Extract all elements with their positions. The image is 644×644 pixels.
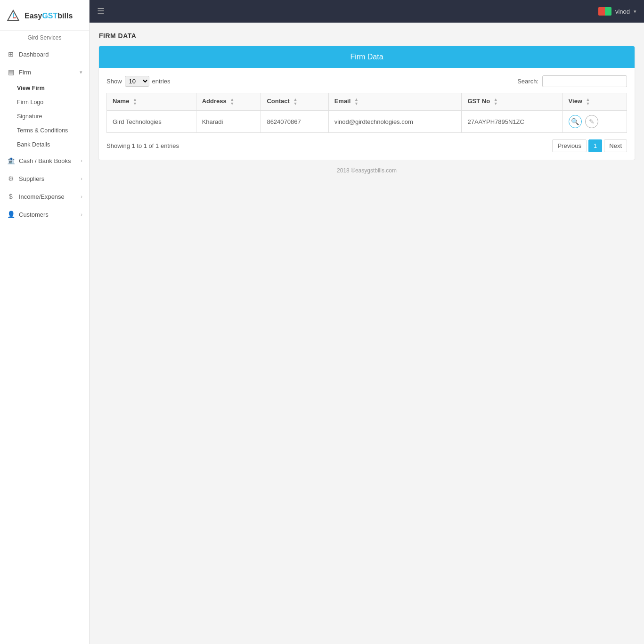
card-header: Firm Data xyxy=(99,46,635,68)
table-controls: Show 10 25 50 100 entries Search: xyxy=(106,75,627,87)
sidebar-sub-item-view-firm[interactable]: View Firm xyxy=(0,81,89,95)
sort-arrows-view: ▲▼ xyxy=(586,98,590,106)
sort-arrows-email: ▲▼ xyxy=(354,98,359,106)
search-input[interactable] xyxy=(542,75,627,87)
sort-arrows-address: ▲▼ xyxy=(230,98,234,106)
firm-data-card: Firm Data Show 10 25 50 100 entries xyxy=(99,46,635,160)
chevron-right-icon: › xyxy=(81,176,82,181)
sort-arrows-contact: ▲▼ xyxy=(293,98,297,106)
chevron-right-icon: › xyxy=(81,158,82,163)
page-1-button[interactable]: 1 xyxy=(588,139,602,152)
sidebar-item-label: Income/Expense xyxy=(19,193,65,200)
col-header-gst: GST No ▲▼ xyxy=(462,93,562,111)
sidebar-item-dashboard[interactable]: ⊞ Dashboard xyxy=(0,45,89,63)
sidebar-item-income-expense[interactable]: $ Income/Expense › xyxy=(0,187,89,205)
sidebar-item-label: Suppliers xyxy=(19,175,44,182)
chevron-right-icon: › xyxy=(81,194,82,199)
chevron-down-icon: ▾ xyxy=(80,69,82,75)
show-label: Show xyxy=(106,78,122,85)
user-avatar xyxy=(598,7,611,16)
view-eye-button[interactable]: 🔍 xyxy=(569,115,582,128)
cell-gst: 27AAYPH7895N1ZC xyxy=(462,111,562,133)
show-entries: Show 10 25 50 100 entries xyxy=(106,76,171,87)
page-title: FIRM DATA xyxy=(99,32,635,40)
sidebar-item-label: Dashboard xyxy=(19,51,49,58)
cell-address: Kharadi xyxy=(196,111,261,133)
dashboard-icon: ⊞ xyxy=(7,50,15,58)
logo-text: EasyGSTbills xyxy=(24,12,73,20)
entries-label: entries xyxy=(152,78,171,85)
expense-icon: $ xyxy=(7,192,15,201)
next-button[interactable]: Next xyxy=(604,139,627,152)
cell-view: 🔍 ✎ xyxy=(562,111,627,133)
entries-select[interactable]: 10 25 50 100 xyxy=(125,76,149,87)
cell-contact: 8624070867 xyxy=(261,111,328,133)
pagination-controls: Previous 1 Next xyxy=(552,139,627,152)
suppliers-icon: ⚙ xyxy=(7,174,15,183)
sidebar-sub-item-bank-details[interactable]: Bank Details xyxy=(0,138,89,152)
showing-text: Showing 1 to 1 of 1 entries xyxy=(106,142,179,149)
sidebar-sub-item-firm-logo[interactable]: Firm Logo xyxy=(0,95,89,109)
col-header-contact: Contact ▲▼ xyxy=(261,93,328,111)
table-row: Gird Technologies Kharadi 8624070867 vin… xyxy=(107,111,627,133)
bank-icon: 🏦 xyxy=(7,156,15,165)
pagination-row: Showing 1 to 1 of 1 entries Previous 1 N… xyxy=(106,139,627,152)
sidebar: EasyGSTbills Gird Services ⊞ Dashboard ▤… xyxy=(0,0,90,644)
caret-down-icon: ▾ xyxy=(634,8,636,15)
chevron-right-icon: › xyxy=(81,212,82,217)
sidebar-item-cash-bank-books[interactable]: 🏦 Cash / Bank Books › xyxy=(0,152,89,170)
logo-icon xyxy=(6,8,21,24)
footer: 2018 ©easygstbills.com xyxy=(99,160,635,181)
sidebar-item-suppliers[interactable]: ⚙ Suppliers › xyxy=(0,170,89,187)
main-content: ☰ vinod ▾ FIRM DATA Firm Data Show 10 25 xyxy=(90,0,644,644)
table-head: Name ▲▼ Address ▲▼ Contact ▲▼ xyxy=(107,93,627,111)
previous-button[interactable]: Previous xyxy=(552,139,587,152)
sidebar-logo: EasyGSTbills xyxy=(0,0,89,31)
topbar: ☰ vinod ▾ xyxy=(90,0,644,23)
sidebar-item-label: Cash / Bank Books xyxy=(19,157,71,164)
edit-button[interactable]: ✎ xyxy=(585,115,598,128)
sidebar-item-label: Firm xyxy=(19,69,31,76)
sort-arrows-name: ▲▼ xyxy=(133,98,137,106)
sidebar-sub-item-signature[interactable]: Signature xyxy=(0,109,89,123)
topbar-right: vinod ▾ xyxy=(598,7,636,16)
topbar-username[interactable]: vinod xyxy=(615,8,630,15)
sidebar-firm-name: Gird Services xyxy=(0,31,89,45)
card-body: Show 10 25 50 100 entries Search: xyxy=(99,68,635,160)
table-body: Gird Technologies Kharadi 8624070867 vin… xyxy=(107,111,627,133)
col-header-email: Email ▲▼ xyxy=(328,93,462,111)
col-header-view: View ▲▼ xyxy=(562,93,627,111)
col-header-address: Address ▲▼ xyxy=(196,93,261,111)
firm-icon: ▤ xyxy=(7,68,15,76)
search-label: Search: xyxy=(517,78,538,85)
sidebar-item-firm[interactable]: ▤ Firm ▾ xyxy=(0,63,89,81)
content-area: FIRM DATA Firm Data Show 10 25 50 100 en… xyxy=(90,23,644,644)
search-box: Search: xyxy=(517,75,627,87)
col-header-name: Name ▲▼ xyxy=(107,93,196,111)
footer-text: 2018 ©easygstbills.com xyxy=(337,167,397,174)
hamburger-icon[interactable]: ☰ xyxy=(97,6,105,16)
sidebar-item-customers[interactable]: 👤 Customers › xyxy=(0,205,89,223)
customers-icon: 👤 xyxy=(7,210,15,219)
sidebar-sub-item-terms-conditions[interactable]: Terms & Conditions xyxy=(0,123,89,138)
cell-email: vinod@girdtechnologies.com xyxy=(328,111,462,133)
data-table: Name ▲▼ Address ▲▼ Contact ▲▼ xyxy=(106,93,627,133)
cell-name[interactable]: Gird Technologies xyxy=(107,111,196,133)
table-header-row: Name ▲▼ Address ▲▼ Contact ▲▼ xyxy=(107,93,627,111)
sort-arrows-gst: ▲▼ xyxy=(494,98,498,106)
sidebar-item-label: Customers xyxy=(19,211,49,218)
